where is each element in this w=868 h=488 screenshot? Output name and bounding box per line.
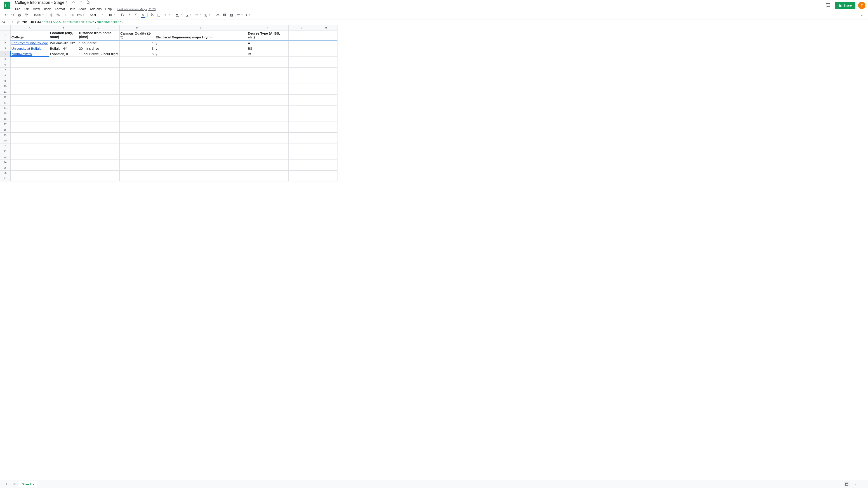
- row-header[interactable]: 10: [0, 84, 10, 89]
- grid-cell[interactable]: [119, 122, 155, 127]
- grid-cell[interactable]: [155, 111, 247, 116]
- grid-cell[interactable]: 20 mins drive: [78, 46, 119, 51]
- column-header[interactable]: A: [10, 25, 49, 30]
- grid-cell[interactable]: [78, 176, 119, 181]
- menu-format[interactable]: Format: [53, 6, 66, 12]
- grid-cell[interactable]: Northwestern: [10, 51, 49, 57]
- row-header[interactable]: 8: [0, 73, 10, 78]
- grid-cell[interactable]: [119, 176, 155, 181]
- grid-cell[interactable]: BS: [247, 46, 288, 51]
- grid-cell[interactable]: [155, 78, 247, 84]
- grid-cell[interactable]: [49, 165, 78, 170]
- column-header[interactable]: E: [155, 25, 247, 30]
- grid-cell[interactable]: Buffalo, NY: [49, 46, 78, 51]
- bold-button[interactable]: B: [119, 12, 126, 18]
- row-header[interactable]: 15: [0, 111, 10, 116]
- grid-cell[interactable]: [119, 67, 155, 73]
- grid-cell[interactable]: [49, 127, 78, 132]
- grid-cell[interactable]: [288, 127, 315, 132]
- grid-cell[interactable]: [315, 143, 337, 149]
- borders-button[interactable]: [156, 12, 162, 18]
- grid-cell[interactable]: Evanston, IL: [49, 51, 78, 57]
- grid-cell[interactable]: [315, 57, 337, 62]
- grid-cell[interactable]: [10, 160, 49, 165]
- sheet-tab[interactable]: Sheet1 ▼: [19, 481, 37, 487]
- row-header[interactable]: 27: [0, 176, 10, 181]
- header-cell[interactable]: [315, 30, 337, 40]
- grid-cell[interactable]: [119, 111, 155, 116]
- header-cell[interactable]: Campus Quality (1-5): [119, 30, 155, 40]
- grid-cell[interactable]: [155, 89, 247, 94]
- grid-cell[interactable]: [155, 94, 247, 100]
- chevron-left-icon[interactable]: ‹: [852, 481, 859, 487]
- last-edit-link[interactable]: Last edit was on May 7, 2020: [117, 7, 156, 11]
- grid-cell[interactable]: [247, 94, 288, 100]
- grid-cell[interactable]: [288, 122, 315, 127]
- grid-cell[interactable]: [315, 100, 337, 105]
- grid-cell[interactable]: [78, 122, 119, 127]
- vertical-align-dropdown[interactable]: ▼: [184, 12, 193, 18]
- grid-cell[interactable]: [10, 170, 49, 176]
- grid-cell[interactable]: [247, 84, 288, 89]
- grid-cell[interactable]: [315, 154, 337, 160]
- grid-cell[interactable]: [288, 105, 315, 111]
- fill-color-button[interactable]: [149, 12, 155, 18]
- grid-cell[interactable]: [288, 132, 315, 138]
- grid-cell[interactable]: [315, 176, 337, 181]
- menu-data[interactable]: Data: [67, 6, 77, 12]
- collapse-toolbar-button[interactable]: [859, 12, 865, 18]
- column-header[interactable]: F: [247, 25, 288, 30]
- share-button[interactable]: Share: [835, 2, 855, 9]
- row-header[interactable]: 6: [0, 62, 10, 67]
- row-header[interactable]: 9: [0, 78, 10, 84]
- sheets-logo[interactable]: [3, 1, 12, 10]
- grid-cell[interactable]: [247, 105, 288, 111]
- grid-cell[interactable]: [315, 89, 337, 94]
- grid-cell[interactable]: [288, 51, 315, 57]
- grid-cell[interactable]: [78, 154, 119, 160]
- grid-cell[interactable]: [247, 154, 288, 160]
- grid-cell[interactable]: Erie Community College: [10, 40, 49, 46]
- grid-cell[interactable]: [155, 154, 247, 160]
- grid-cell[interactable]: [10, 73, 49, 78]
- menu-insert[interactable]: Insert: [42, 6, 53, 12]
- grid-cell[interactable]: [49, 176, 78, 181]
- grid-cell[interactable]: [78, 94, 119, 100]
- grid-cell[interactable]: [288, 94, 315, 100]
- grid-cell[interactable]: [247, 116, 288, 122]
- grid-cell[interactable]: [10, 105, 49, 111]
- grid-cell[interactable]: [10, 127, 49, 132]
- grid-cell[interactable]: [288, 84, 315, 89]
- grid-cell[interactable]: y: [155, 40, 247, 46]
- grid-cell[interactable]: [315, 165, 337, 170]
- grid-cell[interactable]: [155, 132, 247, 138]
- grid-cell[interactable]: [49, 94, 78, 100]
- grid-cell[interactable]: [119, 94, 155, 100]
- grid-cell[interactable]: [155, 67, 247, 73]
- grid-cell[interactable]: [288, 100, 315, 105]
- grid-cell[interactable]: [315, 40, 337, 46]
- grid-cell[interactable]: [155, 73, 247, 78]
- grid-cell[interactable]: [49, 116, 78, 122]
- add-sheet-button[interactable]: +: [3, 481, 10, 487]
- row-header[interactable]: 12: [0, 94, 10, 100]
- grid-cell[interactable]: [49, 78, 78, 84]
- grid-cell[interactable]: [119, 105, 155, 111]
- grid-cell[interactable]: [315, 111, 337, 116]
- grid-cell[interactable]: [247, 67, 288, 73]
- grid-cell[interactable]: [247, 62, 288, 67]
- grid-cell[interactable]: [155, 84, 247, 89]
- row-header[interactable]: 2: [0, 40, 10, 46]
- select-all-corner[interactable]: [0, 25, 10, 30]
- grid-cell[interactable]: [49, 149, 78, 154]
- grid-cell[interactable]: [10, 149, 49, 154]
- row-header[interactable]: 13: [0, 100, 10, 105]
- grid-cell[interactable]: [247, 122, 288, 127]
- grid-cell[interactable]: [288, 149, 315, 154]
- grid-cell[interactable]: [49, 89, 78, 94]
- header-cell[interactable]: Distance from home (time): [78, 30, 119, 40]
- grid-cell[interactable]: [78, 73, 119, 78]
- grid-cell[interactable]: [49, 138, 78, 143]
- grid-cell[interactable]: [315, 122, 337, 127]
- header-cell[interactable]: Degree Type (A, BS, etc.): [247, 30, 288, 40]
